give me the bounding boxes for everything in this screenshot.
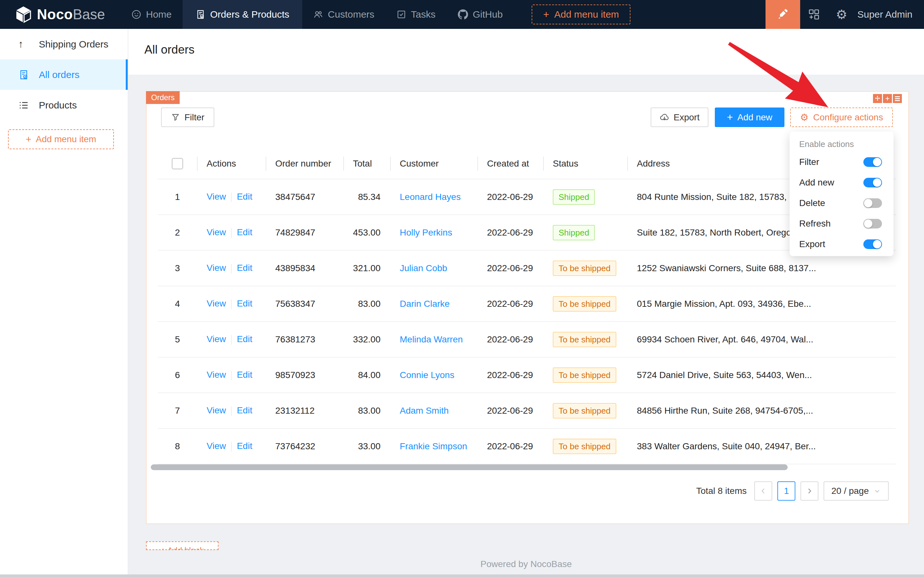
customer-link[interactable]: Adam Smith	[400, 406, 449, 416]
block-designer-tag[interactable]: Orders	[146, 91, 180, 104]
highlighter-icon	[777, 8, 789, 21]
export-button[interactable]: Export	[650, 108, 708, 127]
toggle-row-add-new[interactable]: Add new	[790, 172, 893, 193]
view-link[interactable]: View	[207, 370, 226, 380]
top-navbar: NocoBase Home Orders & Products	[0, 0, 924, 29]
add-new-button[interactable]: + Add new	[715, 108, 784, 127]
page-header: All orders	[128, 29, 924, 75]
nocobase-logo[interactable]: NocoBase	[14, 5, 120, 23]
customer-link[interactable]: Connie Lyons	[400, 370, 454, 380]
select-all-checkbox[interactable]	[172, 158, 183, 169]
plus-icon: +	[543, 9, 549, 21]
view-link[interactable]: View	[207, 334, 226, 344]
orders-table: Actions Order number Total Customer Crea…	[158, 148, 896, 464]
nav-tab-label: Orders & Products	[210, 9, 290, 20]
logo-cube-icon	[14, 5, 32, 23]
sidebar-item-products[interactable]: Products	[0, 90, 128, 120]
add-new-toggle[interactable]	[863, 178, 882, 187]
settings-gear-icon[interactable]: ⚙	[828, 0, 855, 29]
plugins-grid-icon[interactable]	[800, 0, 828, 29]
edit-link[interactable]: Edit	[237, 227, 252, 237]
customer-link[interactable]: Holly Perkins	[400, 227, 452, 237]
drag-move-icon[interactable]	[873, 94, 882, 103]
filter-toggle[interactable]	[863, 157, 882, 167]
edit-link[interactable]: Edit	[237, 192, 252, 201]
sidebar-item-all-orders[interactable]: All orders	[0, 60, 128, 90]
refresh-toggle[interactable]	[863, 219, 882, 229]
sidebar-item-shipping-orders[interactable]: ↑ Shipping Orders	[0, 29, 128, 60]
page-title: All orders	[144, 43, 195, 56]
delete-toggle[interactable]	[863, 198, 882, 208]
add-block-button[interactable]: + Add block	[146, 542, 219, 550]
add-block-plus-icon[interactable]: +	[883, 94, 892, 103]
view-link[interactable]: View	[207, 441, 226, 451]
table-row: 6 ViewEdit 98570923 84.00 Connie Lyons 2…	[158, 357, 896, 393]
chevron-right-icon	[805, 487, 814, 495]
file-done-icon	[18, 69, 39, 80]
customer-link[interactable]: Frankie Simpson	[400, 441, 467, 451]
configure-actions-button[interactable]: ⚙ Configure actions	[790, 108, 893, 127]
nav-tab-home[interactable]: Home	[120, 0, 183, 29]
customer-link[interactable]: Melinda Warren	[400, 334, 463, 344]
edit-link[interactable]: Edit	[237, 334, 252, 344]
toggle-row-filter[interactable]: Filter	[790, 152, 893, 172]
view-link[interactable]: View	[207, 405, 226, 415]
view-link[interactable]: View	[207, 192, 226, 201]
nav-tab-label: Tasks	[411, 9, 436, 20]
table-row: 7 ViewEdit 23132112 83.00 Adam Smith 202…	[158, 393, 896, 429]
nav-tab-tasks[interactable]: Tasks	[385, 0, 447, 29]
col-header-created-at: Created at	[477, 148, 543, 179]
navbar-add-menu-item-button[interactable]: + Add menu item	[531, 5, 631, 24]
nav-tab-orders-products[interactable]: Orders & Products	[183, 0, 302, 29]
table-row: 4 ViewEdit 75638347 83.00 Darin Clarke 2…	[158, 286, 896, 322]
customer-link[interactable]: Darin Clarke	[400, 299, 450, 309]
nav-tab-github[interactable]: GitHub	[447, 0, 514, 29]
window-scrollbar-strip[interactable]	[0, 574, 924, 577]
edit-link[interactable]: Edit	[237, 441, 252, 451]
edit-link[interactable]: Edit	[237, 405, 252, 415]
status-badge: To be shipped	[553, 296, 617, 312]
chevron-down-icon	[873, 487, 881, 495]
plus-icon: +	[727, 111, 733, 123]
smiley-icon	[131, 9, 142, 19]
customer-link[interactable]: Julian Cobb	[400, 263, 447, 273]
ui-editor-button[interactable]	[766, 0, 800, 29]
nav-tab-label: Home	[146, 9, 172, 20]
view-link[interactable]: View	[207, 263, 226, 273]
status-badge: To be shipped	[553, 367, 617, 383]
status-badge: To be shipped	[553, 439, 617, 454]
col-header-total: Total	[343, 148, 390, 179]
page-size-select[interactable]: 20 / page	[824, 481, 889, 501]
toggle-row-refresh[interactable]: Refresh	[790, 213, 893, 234]
user-menu[interactable]: Super Admin	[857, 9, 913, 20]
block-menu-icon[interactable]	[893, 94, 902, 103]
edit-link[interactable]: Edit	[237, 263, 252, 273]
view-link[interactable]: View	[207, 298, 226, 308]
customer-link[interactable]: Leonard Hayes	[400, 192, 461, 202]
dropdown-title: Enable actions	[790, 132, 893, 152]
pagination-page-1[interactable]: 1	[778, 481, 795, 501]
plus-icon: +	[26, 134, 31, 145]
filter-button[interactable]: Filter	[161, 108, 214, 127]
horizontal-scrollbar-thumb[interactable]	[151, 464, 788, 470]
sidebar-add-menu-item-button[interactable]: + Add menu item	[8, 129, 114, 149]
nav-tab-label: Customers	[328, 9, 374, 20]
edit-link[interactable]: Edit	[237, 298, 252, 308]
navbar-right-cluster: ⚙ Super Admin	[766, 0, 924, 29]
toggle-row-delete[interactable]: Delete	[790, 193, 893, 213]
pagination-next-button[interactable]	[800, 481, 818, 501]
nav-tab-label: GitHub	[473, 9, 503, 20]
left-sidebar: ↑ Shipping Orders All orders Products + …	[0, 29, 128, 577]
toggle-row-export[interactable]: Export	[790, 234, 893, 255]
table-row: 2 ViewEdit 74829847 453.00 Holly Perkins…	[158, 215, 896, 250]
status-badge: To be shipped	[553, 332, 617, 347]
edit-link[interactable]: Edit	[237, 370, 252, 380]
pagination-prev-button[interactable]	[754, 481, 772, 501]
status-badge: To be shipped	[553, 261, 617, 276]
view-link[interactable]: View	[207, 227, 226, 237]
nav-tab-customers[interactable]: Customers	[302, 0, 385, 29]
col-header-customer: Customer	[390, 148, 477, 179]
col-header-actions: Actions	[197, 148, 266, 179]
cloud-download-icon	[660, 113, 669, 122]
export-toggle[interactable]	[863, 239, 882, 249]
